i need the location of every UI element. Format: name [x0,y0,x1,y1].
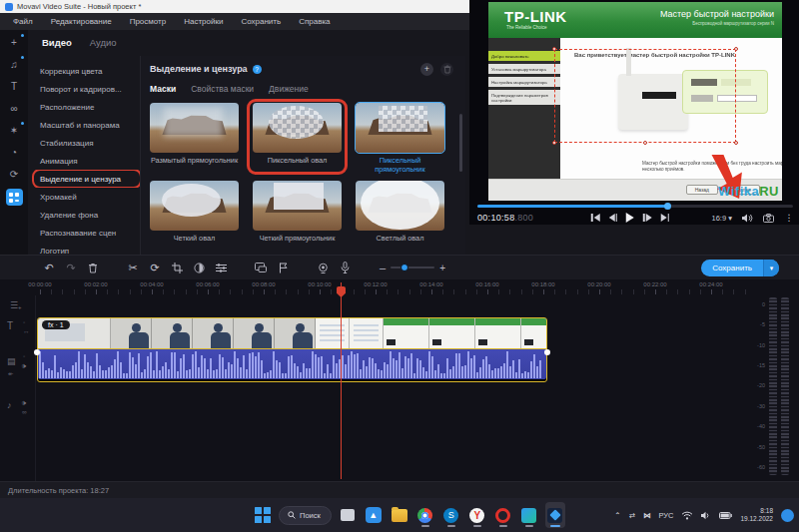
tool-item-4[interactable]: Масштаб и панорама [28,116,140,134]
tray-chevron-icon[interactable]: ⌃ [614,511,620,520]
crop-icon[interactable] [166,260,188,275]
panel-scrollbar[interactable] [459,114,462,172]
start-button[interactable] [253,502,273,528]
mask-option-3[interactable]: Пиксельный прямоугольник [356,103,452,174]
menu-item-6[interactable]: Справка [290,17,339,26]
overlay-icon[interactable] [250,260,272,275]
delete-mask-button[interactable] [440,63,453,76]
playhead-line[interactable] [341,282,342,479]
media-tab-аудио[interactable]: Аудио [90,37,117,48]
taskbar-file-explorer-icon[interactable] [390,502,409,528]
taskbar-movavi-suite-icon[interactable] [545,502,565,528]
media-tab-видео[interactable]: Видео [42,37,72,48]
volume-icon[interactable] [741,213,753,223]
mask-tab-3[interactable]: Движение [269,84,309,94]
zoom-out-icon[interactable]: – [380,262,386,273]
tray-equalizer-icon[interactable]: ⇄ [629,511,635,520]
color-icon[interactable] [188,260,210,275]
language-indicator[interactable]: РУС [658,511,673,520]
speaker-icon[interactable] [701,511,711,520]
taskbar-yandex-browser-icon[interactable]: Y [467,502,487,528]
taskbar-search[interactable]: Поиск [279,506,332,525]
menu-item-3[interactable]: Просмотр [121,17,176,26]
menu-item-1[interactable]: Файл [4,17,42,26]
step-forward-button[interactable] [643,214,652,222]
webcam-capture-icon[interactable] [312,260,334,275]
video-frame[interactable]: TP-LINK The Reliable Choice Мастер быстр… [488,2,782,201]
notification-icon[interactable] [781,509,794,522]
title-track-icon[interactable]: T [7,321,13,331]
more-tools-icon[interactable] [6,189,23,206]
mask-option-1[interactable]: Размытый прямоугольник [150,103,247,174]
save-dropdown-icon[interactable]: ▾ [763,260,779,276]
timeline-clip[interactable]: fx · 1 [37,317,547,382]
menu-item-5[interactable]: Сохранить [232,17,290,26]
mask-option-6[interactable]: Светлый овал [356,181,452,243]
audio-track-icon[interactable]: ♪ [7,401,12,410]
tool-item-2[interactable]: Поворот и кадриров... [28,80,140,98]
audio-track-mute-icon[interactable]: 🕩 [21,399,26,407]
video-track-mute-icon[interactable]: 🕩 [21,362,26,370]
taskbar-opera-icon[interactable] [493,502,513,528]
taskbar-movavi-editor-icon[interactable]: ▲ [364,502,384,528]
marker-icon[interactable] [272,260,294,275]
playhead-handle[interactable] [337,286,346,297]
clip-effects-badge[interactable]: fx · 1 [42,320,70,329]
mask-option-5[interactable]: Четкий прямоугольник [253,181,350,243]
clip-right-handle[interactable] [544,349,550,355]
add-track-icon[interactable]: ☰+ [10,301,22,310]
speed-icon[interactable]: ◔ [6,145,23,160]
tool-item-6[interactable]: Анимация [28,152,140,170]
tool-item-10[interactable]: Распознавание сцен [28,224,140,242]
play-button[interactable] [626,213,634,223]
save-button[interactable]: Сохранить▾ [701,260,779,276]
menu-item-2[interactable]: Редактирование [42,17,121,26]
tool-item-1[interactable]: Коррекция цвета [28,62,140,80]
audio-track-link-icon[interactable]: ∞ [22,409,27,416]
add-mask-button[interactable]: + [420,63,433,76]
more-options-icon[interactable]: ⋮ [783,213,795,223]
tool-item-9[interactable]: Удаление фона [28,206,140,224]
transitions-icon[interactable]: ∞ [6,101,23,116]
mask-option-4[interactable]: Четкий овал [150,181,247,243]
battery-icon[interactable] [719,512,732,519]
taskbar-media-player-icon[interactable] [519,502,539,528]
zoom-slider[interactable] [391,266,434,268]
snapshot-icon[interactable] [762,213,774,223]
undo-icon[interactable]: ↶ [38,260,60,275]
menu-item-4[interactable]: Настройки [175,17,232,26]
split-icon[interactable]: ✂ [122,260,144,275]
mask-tab-1[interactable]: Маски [150,84,176,94]
title-track-link-icon[interactable]: ↔ [23,328,30,335]
title-track-visibility-icon[interactable]: ◦ [23,319,25,326]
motion-icon[interactable]: ⟳ [6,167,23,182]
tool-item-3[interactable]: Расположение [28,98,140,116]
audio-edit-icon[interactable]: ♫ [6,57,23,72]
step-back-button[interactable] [608,214,617,222]
aspect-ratio-dropdown[interactable]: 16:9 ▾ [712,214,732,223]
seek-bar[interactable] [477,205,793,208]
timeline-ruler[interactable]: 00:00:0000:02:0000:04:0000:06:0000:08:00… [0,279,799,295]
clip-properties-icon[interactable] [210,260,232,275]
zoom-in-icon[interactable]: + [439,263,445,273]
video-track-back-icon[interactable]: ↞ [8,371,13,378]
video-track-icon[interactable]: ▤ [7,357,16,366]
next-clip-button[interactable] [660,214,669,222]
taskbar-task-view-icon[interactable] [338,502,358,528]
taskbar-skype-icon[interactable]: S [441,502,461,528]
clip-left-handle[interactable] [34,349,40,355]
effects-icon[interactable]: ✶ [6,123,23,138]
help-icon[interactable]: ? [253,65,262,74]
delete-icon[interactable] [82,260,104,275]
tray-app-icon[interactable]: ⋈ [643,511,651,520]
video-track-visibility-icon[interactable]: ◦ [23,353,25,360]
rotate-icon[interactable]: ⟳ [144,260,166,275]
zoom-slider-handle[interactable] [400,264,408,271]
seek-handle[interactable] [664,203,671,210]
taskbar-chrome-icon[interactable] [415,502,435,528]
mask-tab-2[interactable]: Свойства маски [191,84,254,94]
tool-item-5[interactable]: Стабилизация [28,134,140,152]
previous-clip-button[interactable] [591,214,600,222]
clock[interactable]: 8:1819.12.2022 [740,507,773,523]
add-media-icon[interactable]: + [6,35,23,50]
